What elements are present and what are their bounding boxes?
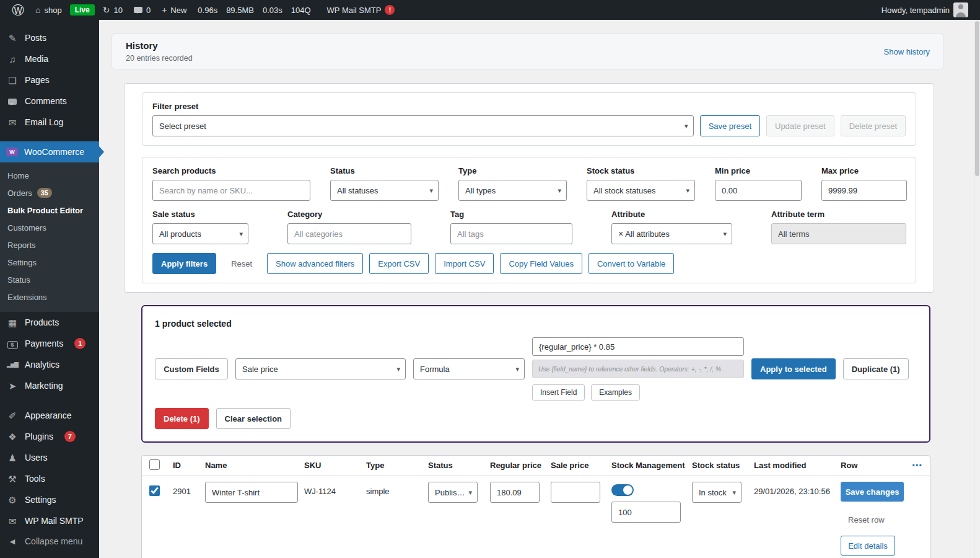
sidebar-item-wc-reports[interactable]: Reports xyxy=(0,236,99,254)
product-status-select[interactable]: Published ▾ xyxy=(428,482,478,503)
remove-attribute-icon[interactable]: × xyxy=(618,229,623,239)
custom-fields-button[interactable]: Custom Fields xyxy=(155,358,228,379)
sidebar-item-media[interactable]: ♫ Media xyxy=(0,48,99,69)
import-csv-button[interactable]: Import CSV xyxy=(435,253,494,274)
sale-price-input[interactable] xyxy=(551,482,600,503)
apply-filters-button[interactable]: Apply filters xyxy=(152,253,216,274)
sidebar-item-settings[interactable]: ⚙ Settings xyxy=(0,489,99,510)
tag-input[interactable] xyxy=(450,223,572,244)
sidebar-item-wc-extensions[interactable]: Extensions xyxy=(0,288,99,306)
examples-button[interactable]: Examples xyxy=(591,384,640,401)
bulk-field-select[interactable]: Sale price ▾ xyxy=(235,358,406,379)
stock-management-toggle[interactable] xyxy=(611,484,634,496)
columns-menu-icon[interactable]: ⋯ xyxy=(912,459,922,471)
scrollbar-thumb[interactable] xyxy=(975,21,979,176)
attribute-multiselect[interactable]: × All attributes ▾ xyxy=(611,223,732,244)
formula-input[interactable] xyxy=(532,337,744,356)
chevron-down-icon: ▾ xyxy=(685,122,688,130)
wp-logo-menu[interactable]: Ⓦ xyxy=(6,0,30,20)
export-csv-button[interactable]: Export CSV xyxy=(369,253,429,274)
product-stock-status-select[interactable]: In stock ▾ xyxy=(692,482,742,503)
sidebar-item-label: Posts xyxy=(25,33,46,43)
type-filter-select[interactable]: All types ▾ xyxy=(458,180,567,201)
stock-status-filter-select[interactable]: All stock statuses ▾ xyxy=(587,180,695,201)
marketing-icon: ➤ xyxy=(6,381,19,391)
max-price-input[interactable] xyxy=(821,180,907,201)
duplicate-button[interactable]: Duplicate (1) xyxy=(843,358,909,379)
show-history-link[interactable]: Show history xyxy=(884,47,930,56)
update-count: 10 xyxy=(113,6,122,15)
sidebar-item-wc-status[interactable]: Status xyxy=(0,271,99,288)
sidebar-item-label: Users xyxy=(25,453,48,463)
sidebar-item-wc-customers[interactable]: Customers xyxy=(0,219,99,236)
row-select-checkbox[interactable] xyxy=(149,485,160,496)
product-name-input[interactable] xyxy=(205,482,298,503)
sidebar-item-comments[interactable]: Comments xyxy=(0,91,99,112)
submenu-label: Bulk Product Editor xyxy=(7,206,83,215)
comments-icon xyxy=(6,97,19,106)
apply-to-selected-button[interactable]: Apply to selected xyxy=(751,358,836,379)
category-field: Category xyxy=(287,210,411,244)
sidebar-item-email-log[interactable]: ✉ Email Log xyxy=(0,112,99,133)
sale-status-filter-select[interactable]: All products ▾ xyxy=(152,223,248,244)
sidebar-item-appearance[interactable]: ✐ Appearance xyxy=(0,405,99,426)
comments-link[interactable]: 0 xyxy=(128,0,156,20)
sidebar-item-wc-orders[interactable]: Orders 35 xyxy=(0,184,99,202)
save-preset-button[interactable]: Save preset xyxy=(700,115,760,136)
comments-icon xyxy=(134,7,142,13)
col-row: Row xyxy=(841,461,910,470)
sidebar-item-wp-mail-smtp[interactable]: ✉ WP Mail SMTP xyxy=(0,510,99,531)
sidebar-item-tools[interactable]: ⚒ Tools xyxy=(0,468,99,489)
query-monitor-stats[interactable]: 0.96s 89.5MB 0.03s 104Q xyxy=(192,0,321,20)
preset-select-value: Select preset xyxy=(159,122,206,131)
attribute-term-field: Attribute term xyxy=(771,210,906,244)
chevron-down-icon: ▾ xyxy=(396,365,400,373)
new-content-link[interactable]: + New xyxy=(156,0,192,20)
updates-link[interactable]: ↻ 10 xyxy=(97,0,128,20)
sidebar-item-wc-bulk-product-editor[interactable]: Bulk Product Editor xyxy=(0,202,99,219)
show-advanced-filters-button[interactable]: Show advanced filters xyxy=(267,253,363,274)
sidebar-item-wc-home[interactable]: Home xyxy=(0,167,99,184)
howdy-account-link[interactable]: Howdy, tempadmin xyxy=(876,0,974,20)
insert-field-button[interactable]: Insert Field xyxy=(532,384,585,401)
select-all-checkbox[interactable] xyxy=(149,459,160,470)
attribute-label: Attribute xyxy=(611,210,732,219)
sidebar-item-woocommerce[interactable]: W WooCommerce xyxy=(0,141,99,162)
status-filter-select[interactable]: All statuses ▾ xyxy=(330,180,439,201)
edit-details-button[interactable]: Edit details xyxy=(841,536,895,556)
qm-db-time: 0.03s xyxy=(263,6,282,15)
products-icon: ▦ xyxy=(6,318,19,327)
convert-to-variable-button[interactable]: Convert to Variable xyxy=(588,253,674,274)
sidebar-item-label: Media xyxy=(25,54,48,64)
delete-selected-button[interactable]: Delete (1) xyxy=(155,408,209,429)
search-products-input[interactable] xyxy=(152,180,310,201)
sidebar-item-users[interactable]: ♟ Users xyxy=(0,447,99,468)
save-changes-button[interactable]: Save changes xyxy=(841,482,904,502)
bulk-mode-select[interactable]: Formula ▾ xyxy=(413,358,525,379)
page-scrollbar[interactable] xyxy=(974,20,980,558)
sidebar-item-pages[interactable]: ❏ Pages xyxy=(0,69,99,91)
sidebar-item-plugins[interactable]: ❖ Plugins 7 xyxy=(0,426,99,447)
sidebar-item-marketing[interactable]: ➤ Marketing xyxy=(0,375,99,396)
clear-selection-button[interactable]: Clear selection xyxy=(216,408,291,429)
product-filters-section: Search products Status All statuses ▾ Ty… xyxy=(142,157,916,283)
wp-mail-smtp-link[interactable]: WP Mail SMTP ! xyxy=(322,0,401,20)
reset-row-button[interactable]: Reset row xyxy=(848,515,910,525)
sidebar-item-wc-settings[interactable]: Settings xyxy=(0,254,99,271)
site-name-link[interactable]: ⌂ shop xyxy=(30,0,68,20)
sidebar-item-products[interactable]: ▦ Products xyxy=(0,312,99,333)
delete-preset-button[interactable]: Delete preset xyxy=(841,115,906,136)
sidebar-item-analytics[interactable]: ▂▅▇ Analytics xyxy=(0,354,99,375)
product-type: simple xyxy=(366,480,428,496)
min-price-input[interactable] xyxy=(715,180,802,201)
stock-quantity-input[interactable] xyxy=(611,502,681,523)
category-input[interactable] xyxy=(287,223,411,244)
sidebar-item-posts[interactable]: ✎ Posts xyxy=(0,27,99,48)
reset-filters-button[interactable]: Reset xyxy=(222,253,261,274)
copy-field-values-button[interactable]: Copy Field Values xyxy=(500,253,582,274)
collapse-menu-button[interactable]: ◀ Collapse menu xyxy=(0,531,99,552)
sidebar-item-payments[interactable]: $ Payments 1 xyxy=(0,333,99,354)
regular-price-input[interactable] xyxy=(490,482,540,503)
preset-select[interactable]: Select preset ▾ xyxy=(152,115,694,136)
update-preset-button[interactable]: Update preset xyxy=(766,115,834,136)
